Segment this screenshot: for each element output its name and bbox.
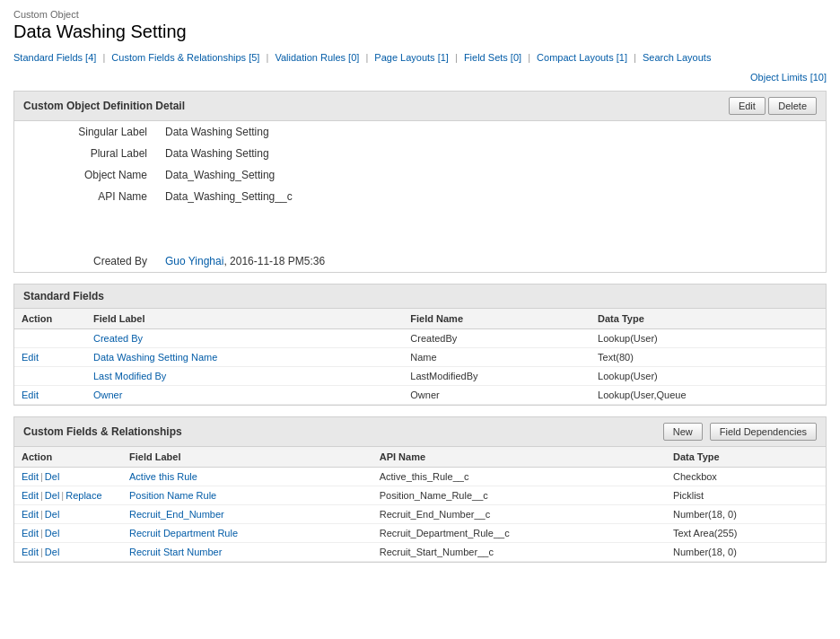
singular-label-row: Singular Label Data Washing Setting xyxy=(14,121,826,143)
spacer-row-1 xyxy=(14,207,826,222)
page-container: Custom Object Data Washing Setting Stand… xyxy=(0,0,840,582)
col-action: Action xyxy=(14,447,122,468)
object-limits-nav[interactable]: Object Limits [10] xyxy=(750,72,827,83)
row-api-name: Recruit_End_Number__c xyxy=(372,504,666,523)
row-action: Edit|Del xyxy=(14,504,122,523)
spacer-row-2 xyxy=(14,222,826,236)
delete-button[interactable]: Delete xyxy=(768,97,817,115)
del-link[interactable]: Del xyxy=(45,509,60,520)
edit-link[interactable]: Edit xyxy=(22,471,39,482)
plural-label-label: Plural Label xyxy=(14,143,158,164)
col-action: Action xyxy=(14,309,86,329)
created-by-value: Guo Yinghai, 2016-11-18 PM5:36 xyxy=(158,250,826,272)
col-data-type: Data Type xyxy=(666,447,826,468)
standard-fields-title: Standard Fields xyxy=(23,290,104,302)
table-row: Edit|Del|Replace Position Name Rule Posi… xyxy=(14,486,826,504)
custom-fields-table: Action Field Label API Name Data Type Ed… xyxy=(14,447,826,562)
detail-action-buttons: Edit Delete xyxy=(729,97,817,115)
detail-table: Singular Label Data Washing Setting Plur… xyxy=(14,121,826,272)
plural-label-row: Plural Label Data Washing Setting xyxy=(14,143,826,164)
row-data-type: Lookup(User,Queue xyxy=(591,385,826,404)
page-title: Data Washing Setting xyxy=(13,22,827,42)
object-name-row: Object Name Data_Washing_Setting xyxy=(14,164,826,186)
standard-fields-section: Standard Fields Action Field Label Field… xyxy=(13,284,827,406)
custom-fields-title: Custom Fields & Relationships xyxy=(23,425,182,438)
validation-rules-nav[interactable]: Validation Rules [0] xyxy=(275,52,359,63)
row-field-label: Recruit Department Rule xyxy=(122,523,372,542)
row-field-label: Recruit Start Number xyxy=(122,542,372,561)
row-api-name: Position_Name_Rule__c xyxy=(372,486,666,504)
row-api-name: Active_this_Rule__c xyxy=(372,467,666,486)
api-name-label: API Name xyxy=(14,186,158,207)
page-layouts-nav[interactable]: Page Layouts [1] xyxy=(374,52,449,63)
row-api-name: Recruit_Department_Rule__c xyxy=(372,523,666,542)
object-name-label: Object Name xyxy=(14,164,158,186)
custom-fields-actions: New Field Dependencies xyxy=(663,423,817,441)
edit-link[interactable]: Edit xyxy=(22,509,39,520)
col-api-name: API Name xyxy=(372,447,666,468)
created-by-label: Created By xyxy=(14,250,158,272)
row-field-label: Data Washing Setting Name xyxy=(86,347,403,366)
row-action: Edit|Del xyxy=(14,523,122,542)
custom-fields-header: Custom Fields & Relationships New Field … xyxy=(14,417,826,447)
edit-button[interactable]: Edit xyxy=(729,97,766,115)
api-name-row: API Name Data_Washing_Setting__c xyxy=(14,186,826,207)
del-link[interactable]: Del xyxy=(45,490,60,501)
edit-link[interactable]: Edit xyxy=(22,528,39,538)
replace-link[interactable]: Replace xyxy=(66,490,101,501)
api-name-value: Data_Washing_Setting__c xyxy=(158,186,826,207)
detail-section-title: Custom Object Definition Detail xyxy=(23,100,185,112)
row-field-label: Owner xyxy=(86,385,403,404)
row-field-name: LastModifiedBy xyxy=(403,366,591,385)
row-action: Edit xyxy=(14,385,86,404)
col-field-label: Field Label xyxy=(122,447,372,468)
field-dependencies-button[interactable]: Field Dependencies xyxy=(710,423,817,441)
row-data-type: Lookup(User) xyxy=(591,366,826,385)
nav-links: Standard Fields [4] | Custom Fields & Re… xyxy=(13,49,827,87)
custom-fields-section: Custom Fields & Relationships New Field … xyxy=(13,416,827,563)
row-action xyxy=(14,366,86,385)
row-data-type: Number(18, 0) xyxy=(666,542,826,561)
standard-fields-header: Standard Fields xyxy=(14,284,826,309)
table-row: Edit Data Washing Setting Name Name Text… xyxy=(14,347,826,366)
custom-object-label: Custom Object xyxy=(13,9,827,20)
standard-fields-table: Action Field Label Field Name Data Type … xyxy=(14,309,826,405)
plural-label-value: Data Washing Setting xyxy=(158,143,826,164)
singular-label-value: Data Washing Setting xyxy=(158,121,826,143)
field-sets-nav[interactable]: Field Sets [0] xyxy=(464,52,521,63)
new-button[interactable]: New xyxy=(663,423,703,441)
created-by-row: Created By Guo Yinghai, 2016-11-18 PM5:3… xyxy=(14,250,826,272)
created-by-link[interactable]: Guo Yinghai xyxy=(165,255,223,267)
singular-label-label: Singular Label xyxy=(14,121,158,143)
row-data-type: Picklist xyxy=(666,486,826,504)
col-field-label: Field Label xyxy=(86,309,403,329)
compact-layouts-nav[interactable]: Compact Layouts [1] xyxy=(537,52,627,63)
row-field-label: Position Name Rule xyxy=(122,486,372,504)
col-data-type: Data Type xyxy=(591,309,826,329)
row-data-type: Lookup(User) xyxy=(591,328,826,347)
table-row: Edit|Del Recruit Start Number Recruit_St… xyxy=(14,542,826,561)
table-row: Edit|Del Active this Rule Active_this_Ru… xyxy=(14,467,826,486)
edit-link[interactable]: Edit xyxy=(22,547,39,557)
row-field-label: Last Modified By xyxy=(86,366,403,385)
del-link[interactable]: Del xyxy=(45,528,60,538)
standard-fields-nav[interactable]: Standard Fields [4] xyxy=(13,52,96,63)
detail-section: Custom Object Definition Detail Edit Del… xyxy=(13,91,827,273)
row-action: Edit|Del xyxy=(14,467,122,486)
custom-fields-nav[interactable]: Custom Fields & Relationships [5] xyxy=(111,52,259,63)
created-by-date: , 2016-11-18 PM5:36 xyxy=(223,255,325,267)
table-row: Edit Owner Owner Lookup(User,Queue xyxy=(14,385,826,404)
row-data-type: Checkbox xyxy=(666,467,826,486)
row-api-name: Recruit_Start_Number__c xyxy=(372,542,666,561)
table-row: Edit|Del Recruit Department Rule Recruit… xyxy=(14,523,826,542)
del-link[interactable]: Del xyxy=(45,547,60,557)
row-data-type: Text(80) xyxy=(591,347,826,366)
col-field-name: Field Name xyxy=(403,309,591,329)
row-field-label: Recruit_End_Number xyxy=(122,504,372,523)
spacer-row-3 xyxy=(14,236,826,250)
row-action xyxy=(14,328,86,347)
search-layouts-nav[interactable]: Search Layouts xyxy=(643,52,711,63)
del-link[interactable]: Del xyxy=(45,471,60,482)
edit-link[interactable]: Edit xyxy=(22,490,39,501)
row-action: Edit xyxy=(14,347,86,366)
